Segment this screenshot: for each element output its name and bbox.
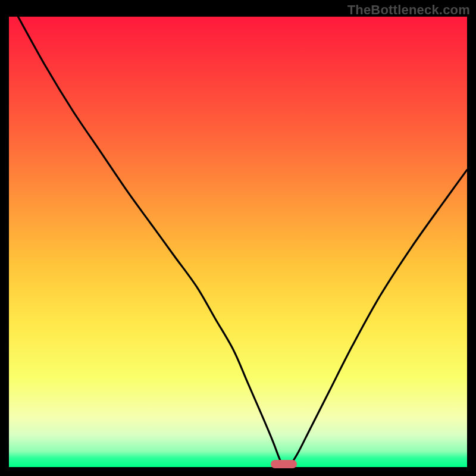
curve-path (18, 17, 467, 467)
bottleneck-curve (9, 17, 467, 467)
chart-frame: TheBottleneck.com (0, 0, 476, 476)
optimal-marker (271, 460, 297, 468)
plot-area (9, 17, 467, 467)
watermark-text: TheBottleneck.com (347, 2, 470, 18)
